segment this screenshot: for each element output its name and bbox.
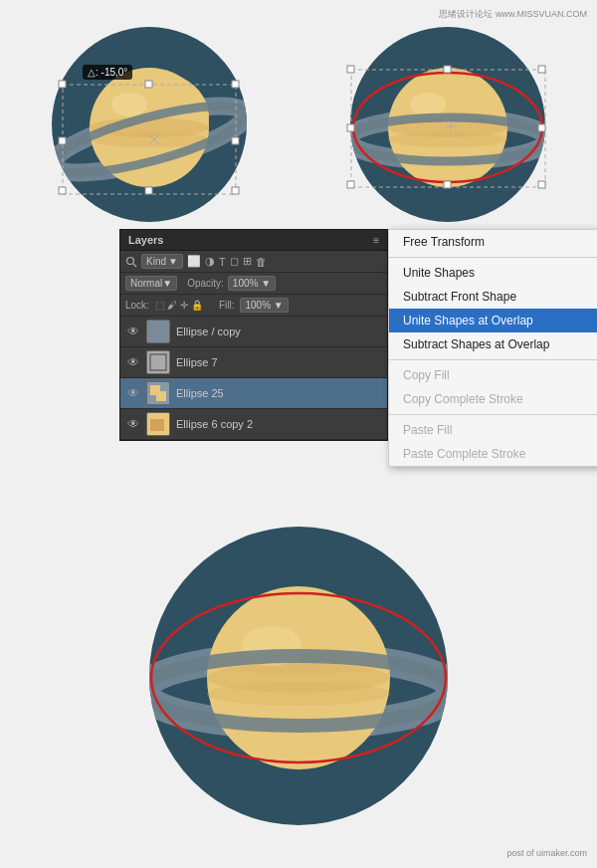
delete-filter-icon[interactable]: 🗑 [256, 256, 267, 268]
layer-name: Ellipse 7 [176, 356, 381, 368]
layer-visibility-toggle[interactable]: 👁 [126, 386, 140, 400]
svg-rect-33 [347, 124, 354, 131]
layer-item-ellipse7[interactable]: 👁 Ellipse 7 [120, 347, 387, 378]
fill-label: Fill: [219, 300, 235, 311]
svg-point-40 [127, 257, 134, 264]
svg-rect-31 [444, 66, 451, 73]
menu-item-paste-fill: Paste Fill [389, 418, 597, 442]
opacity-field[interactable]: 100% ▼ [228, 276, 276, 291]
kind-select[interactable]: Kind ▼ [141, 254, 183, 269]
layers-toolbar-row1: Kind ▼ ⬜ ◑ T ◻ ⊞ 🗑 [120, 251, 387, 273]
layer-item-ellipse-copy[interactable]: 👁 Ellipse / copy [120, 317, 387, 347]
layer-visibility-toggle[interactable]: 👁 [126, 325, 140, 338]
layers-title-bar: Layers ≡ [120, 230, 387, 251]
layers-row3: Lock: ⬚ 🖌 ✛ 🔒 Fill: 100% ▼ [120, 295, 387, 317]
svg-point-26 [410, 93, 446, 116]
saturn-left-svg [45, 10, 254, 224]
svg-rect-44 [156, 391, 166, 401]
saturn-right-svg [343, 10, 552, 224]
lock-icons: ⬚ 🖌 ✛ 🔒 [155, 300, 203, 311]
svg-rect-34 [538, 124, 545, 131]
layer-thumbnail [146, 412, 170, 436]
context-menu: Free Transform Unite Shapes Subtract Fro… [388, 229, 597, 467]
shape-filter-icon[interactable]: ◻ [230, 255, 239, 268]
lock-label: Lock: [125, 300, 149, 311]
layer-thumbnail [146, 381, 170, 405]
layers-row2: Normal ▼ Opacity: 100% ▼ [120, 273, 387, 295]
layer-thumbnail [146, 320, 170, 343]
lock-paint-icon[interactable]: 🖌 [167, 300, 177, 311]
svg-rect-30 [347, 66, 354, 73]
svg-point-25 [388, 131, 507, 147]
lock-transparency-icon[interactable]: ⬚ [155, 300, 164, 311]
menu-item-paste-complete-stroke: Paste Complete Stroke [389, 442, 597, 466]
svg-rect-17 [232, 187, 239, 194]
svg-rect-45 [150, 419, 164, 431]
layer-name: Ellipse / copy [176, 326, 381, 337]
layer-item-ellipse25[interactable]: 👁 Ellipse 25 [120, 378, 387, 409]
layers-title: Layers [128, 234, 163, 246]
svg-point-7 [111, 93, 147, 116]
lock-all-icon[interactable]: 🔒 [191, 300, 203, 311]
pixel-filter-icon[interactable]: ⬜ [187, 255, 201, 268]
search-icon [125, 256, 137, 268]
layer-visibility-toggle[interactable]: 👁 [126, 355, 140, 369]
menu-item-unite-shapes[interactable]: Unite Shapes [389, 261, 597, 285]
layer-name: Ellipse 6 copy 2 [176, 418, 381, 430]
watermark-top: 思绪设计论坛 www.MISSVUAN.COM [439, 8, 587, 21]
menu-item-free-transform[interactable]: Free Transform [389, 230, 597, 254]
blend-mode-select[interactable]: Normal ▼ [125, 276, 177, 291]
adjustment-filter-icon[interactable]: ◑ [205, 255, 215, 268]
fill-field[interactable]: 100% ▼ [240, 298, 288, 313]
menu-item-copy-complete-stroke: Copy Complete Stroke [389, 387, 597, 411]
svg-rect-14 [232, 137, 239, 144]
svg-line-41 [133, 264, 136, 267]
saturn-right-wrapper [343, 10, 552, 224]
menu-separator-1 [389, 257, 597, 258]
menu-separator-3 [389, 414, 597, 415]
svg-rect-35 [347, 181, 354, 188]
saturn-left-wrapper: △: -15,0° [45, 10, 254, 224]
layer-visibility-toggle[interactable]: 👁 [126, 417, 140, 431]
svg-rect-36 [444, 181, 451, 188]
lock-move-icon[interactable]: ✛ [180, 300, 188, 311]
svg-rect-11 [145, 81, 152, 88]
layers-panel: Layers ≡ Kind ▼ ⬜ ◑ T ◻ ⊞ 🗑 Normal ▼ Opa… [119, 229, 388, 441]
bottom-saturn-section [139, 517, 458, 838]
menu-item-copy-fill: Copy Fill [389, 363, 597, 387]
layer-thumbnail [146, 350, 170, 374]
angle-label: △: -15,0° [83, 65, 132, 80]
svg-rect-37 [538, 181, 545, 188]
menu-separator-2 [389, 359, 597, 360]
svg-point-51 [207, 682, 390, 706]
layer-item-ellipse6copy2[interactable]: 👁 Ellipse 6 copy 2 [120, 409, 387, 440]
layers-menu-icon[interactable]: ≡ [373, 235, 379, 246]
svg-rect-13 [59, 137, 66, 144]
svg-rect-32 [538, 66, 545, 73]
svg-rect-15 [59, 187, 66, 194]
svg-rect-16 [145, 187, 152, 194]
watermark-bottom: post of uimaker.com [506, 848, 587, 858]
smart-filter-icon[interactable]: ⊞ [243, 255, 252, 268]
svg-rect-10 [59, 81, 66, 88]
opacity-label: Opacity: [187, 278, 224, 289]
menu-item-subtract-front[interactable]: Subtract Front Shape [389, 285, 597, 309]
layer-name: Ellipse 25 [176, 387, 381, 399]
saturn-bottom-svg [139, 517, 458, 835]
svg-rect-42 [150, 354, 166, 370]
type-filter-icon[interactable]: T [219, 256, 226, 268]
menu-item-unite-overlap[interactable]: Unite Shapes at Overlap [389, 309, 597, 332]
menu-item-subtract-overlap[interactable]: Subtract Shapes at Overlap [389, 332, 597, 356]
svg-rect-12 [232, 81, 239, 88]
